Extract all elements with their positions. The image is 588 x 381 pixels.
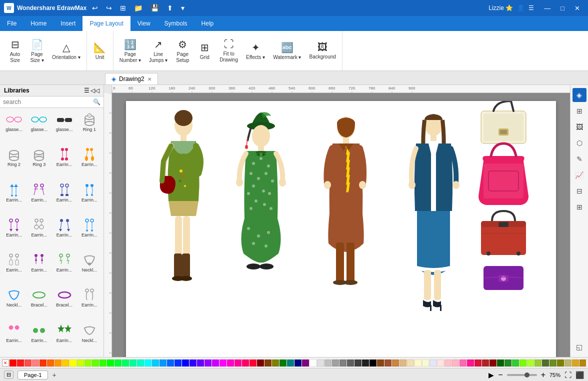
- color-swatch[interactable]: [47, 360, 54, 366]
- more-button[interactable]: ▾: [178, 3, 187, 13]
- color-swatch[interactable]: [400, 360, 406, 366]
- color-swatch[interactable]: [407, 360, 414, 366]
- close-button[interactable]: ✕: [570, 2, 584, 14]
- maximize-button[interactable]: □: [556, 2, 568, 14]
- color-swatch[interactable]: [182, 360, 189, 366]
- page-view-toggle[interactable]: ⊟: [4, 370, 14, 379]
- search-icon[interactable]: 🔍: [93, 98, 100, 106]
- lib-item-earring12[interactable]: Earrin...: [27, 250, 51, 284]
- color-swatch[interactable]: [242, 360, 249, 366]
- color-swatch[interactable]: [40, 360, 46, 366]
- color-swatch[interactable]: [54, 360, 62, 366]
- color-swatch[interactable]: [527, 360, 534, 366]
- color-swatch[interactable]: [504, 360, 512, 366]
- color-swatch[interactable]: [220, 360, 226, 366]
- color-swatch[interactable]: [294, 360, 302, 366]
- color-swatch[interactable]: [332, 360, 339, 366]
- color-swatch[interactable]: [564, 360, 572, 366]
- color-swatch[interactable]: [212, 360, 219, 366]
- color-swatch[interactable]: [100, 360, 106, 366]
- color-swatch[interactable]: [430, 360, 436, 366]
- color-swatch[interactable]: [414, 360, 422, 366]
- canvas-scroll-area[interactable]: [112, 93, 570, 357]
- color-swatch[interactable]: [287, 360, 294, 366]
- no-color-swatch[interactable]: ✕: [2, 360, 9, 366]
- lib-item-earring6[interactable]: Earrin...: [78, 180, 102, 214]
- lib-item-glasses3[interactable]: glasse...: [52, 110, 76, 144]
- color-swatch[interactable]: [84, 360, 92, 366]
- lib-item-earring13[interactable]: Earrin...: [52, 250, 76, 284]
- minimize-button[interactable]: —: [540, 2, 554, 14]
- color-swatch[interactable]: [482, 360, 489, 366]
- lib-item-earring2[interactable]: Earrin...: [78, 145, 102, 179]
- lib-item-earring11[interactable]: Earrin...: [2, 250, 26, 284]
- color-swatch[interactable]: [572, 360, 579, 366]
- color-swatch[interactable]: [17, 360, 24, 366]
- lib-item-bracelet2[interactable]: Bracel...: [52, 286, 76, 320]
- lib-item-necklace1[interactable]: Neckl...: [78, 250, 102, 284]
- color-swatch[interactable]: [174, 360, 182, 366]
- doc-tab-drawing2[interactable]: ◈ Drawing2 ✕: [105, 73, 158, 84]
- lib-item-earring17[interactable]: Earrin...: [52, 321, 76, 355]
- lib-item-necklace2[interactable]: Neckl...: [2, 286, 26, 320]
- color-swatch[interactable]: [324, 360, 332, 366]
- lib-item-earring10[interactable]: Earrin...: [78, 216, 102, 250]
- color-swatch[interactable]: [32, 360, 39, 366]
- color-swatch[interactable]: [512, 360, 519, 366]
- rp-btn-active[interactable]: ◈: [572, 88, 586, 102]
- color-swatch[interactable]: [10, 360, 16, 366]
- fullscreen-button[interactable]: ⬛: [576, 371, 584, 379]
- color-swatch[interactable]: [392, 360, 399, 366]
- lib-item-glasses1[interactable]: glasse...: [2, 110, 26, 144]
- color-swatch[interactable]: [452, 360, 459, 366]
- rp-btn-style[interactable]: ✎: [572, 152, 586, 166]
- menu-insert[interactable]: Insert: [54, 16, 82, 31]
- menu-file[interactable]: File: [0, 16, 24, 31]
- color-swatch[interactable]: [542, 360, 549, 366]
- color-swatch[interactable]: [550, 360, 556, 366]
- color-swatch[interactable]: [437, 360, 444, 366]
- color-swatch[interactable]: [490, 360, 496, 366]
- redo-button[interactable]: ↪: [104, 3, 114, 13]
- color-swatch[interactable]: [197, 360, 204, 366]
- color-swatch[interactable]: [107, 360, 114, 366]
- lib-item-necklace3[interactable]: Neckl...: [78, 321, 102, 355]
- zoom-in-button[interactable]: +: [541, 370, 546, 380]
- fit-page-button[interactable]: ⛶: [564, 371, 572, 379]
- color-swatch[interactable]: [354, 360, 362, 366]
- page-tab-page1[interactable]: Page-1: [18, 370, 48, 380]
- rp-btn-layers[interactable]: ⬡: [572, 136, 586, 150]
- rp-btn-expand[interactable]: ◱: [572, 340, 586, 354]
- color-swatch[interactable]: [384, 360, 392, 366]
- lib-item-earring5[interactable]: Earrin...: [52, 180, 76, 214]
- search-input[interactable]: [3, 98, 91, 106]
- color-swatch[interactable]: [257, 360, 264, 366]
- color-swatch[interactable]: [250, 360, 256, 366]
- lib-item-earring16[interactable]: Earrin...: [27, 321, 51, 355]
- color-swatch[interactable]: [467, 360, 474, 366]
- color-swatch[interactable]: [234, 360, 242, 366]
- rp-btn-layout[interactable]: ⊞: [572, 200, 586, 214]
- color-swatch[interactable]: [122, 360, 129, 366]
- rp-btn-table[interactable]: ⊟: [572, 184, 586, 198]
- color-swatch[interactable]: [160, 360, 166, 366]
- lib-item-glasses2[interactable]: glasse...: [27, 110, 51, 144]
- color-swatch[interactable]: [130, 360, 136, 366]
- new-button[interactable]: ⊞: [118, 3, 128, 13]
- share-button[interactable]: ⬆: [164, 3, 176, 13]
- color-swatch[interactable]: [92, 360, 99, 366]
- lib-collapse-button[interactable]: ◁◁: [90, 87, 100, 94]
- color-swatch[interactable]: [227, 360, 234, 366]
- lib-item-earring4[interactable]: Earrin...: [27, 180, 51, 214]
- effects-button[interactable]: ✦ Effects ▾: [242, 33, 269, 68]
- auto-size-button[interactable]: ⊟ AutoSize: [4, 33, 26, 68]
- zoom-slider[interactable]: [507, 374, 537, 376]
- lib-item-ring2[interactable]: Ring 2: [2, 145, 26, 179]
- color-swatch[interactable]: [317, 360, 324, 366]
- rp-btn-grid[interactable]: ⊞: [572, 104, 586, 118]
- color-swatch[interactable]: [70, 360, 76, 366]
- lib-item-earring9[interactable]: Earrin...: [52, 216, 76, 250]
- rp-btn-image[interactable]: 🖼: [572, 120, 586, 134]
- grid-button[interactable]: ⊞ Grid: [194, 33, 216, 68]
- color-swatch[interactable]: [377, 360, 384, 366]
